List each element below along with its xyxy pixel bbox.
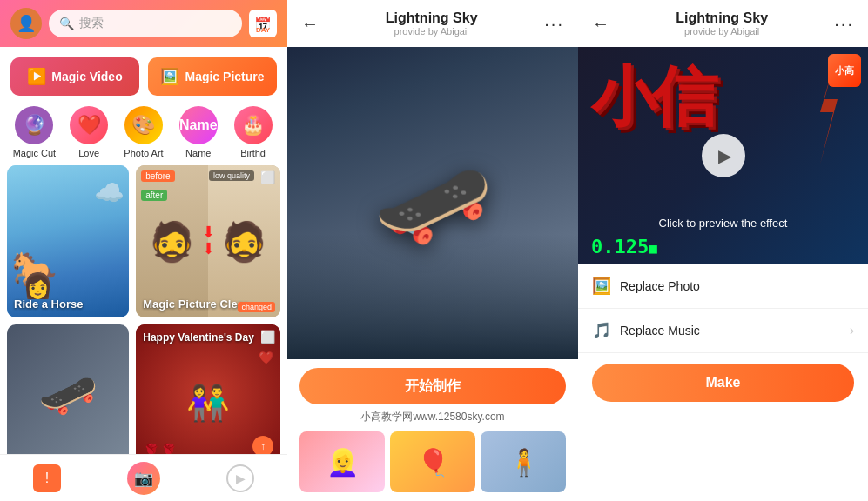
right-title-block: Lightning Sky provide by Abigail bbox=[676, 10, 768, 37]
chinese-characters: 小信 bbox=[591, 64, 713, 130]
name-icon: Name bbox=[179, 106, 218, 144]
magic-video-icon: ▶️ bbox=[27, 67, 46, 86]
birth-label: Birthd bbox=[240, 148, 266, 158]
right-subtitle: provide by Abigail bbox=[676, 26, 768, 37]
right-back-button[interactable]: ← bbox=[592, 14, 609, 34]
skater-photo: 🛹 bbox=[287, 47, 578, 359]
play-button[interactable]: ▶ bbox=[702, 134, 745, 177]
middle-subtitle: provide by Abigail bbox=[386, 26, 478, 37]
grid-bottom-row: 🛹 Happy Valentine's Day 👫 🌹🌹 ❤️ ⬜ ↑ bbox=[7, 324, 280, 454]
home-icon: ! bbox=[33, 464, 61, 492]
play-triangle-icon: ▶ bbox=[718, 145, 731, 166]
magic-picture-button[interactable]: 🖼️ Magic Picture bbox=[148, 57, 277, 96]
nav-play[interactable]: ▶ bbox=[226, 464, 254, 492]
chevron-right-icon: › bbox=[850, 323, 854, 338]
replace-photo-icon: 🖼️ bbox=[592, 277, 611, 296]
right-more-button[interactable]: ··· bbox=[834, 14, 854, 34]
magic-picture-icon: 🖼️ bbox=[160, 67, 179, 86]
website-text: 小高教学网www.12580sky.com bbox=[299, 410, 566, 424]
magic-buttons-row: ▶️ Magic Video 🖼️ Magic Picture bbox=[0, 47, 287, 103]
after-badge: after bbox=[141, 190, 167, 201]
preview-label: Click to preview the effect bbox=[659, 217, 788, 230]
make-button[interactable]: Make bbox=[592, 364, 854, 402]
edit-icon: ⬜ bbox=[260, 170, 275, 184]
valentine-title: Happy Valentine's Day bbox=[143, 331, 254, 344]
ride-horse-card[interactable]: ☁️ 🐎 👩 Ride a Horse bbox=[7, 165, 129, 317]
thumbnail-happy[interactable]: 🎈 bbox=[390, 431, 475, 492]
counter-text: 0.125■ bbox=[591, 236, 657, 257]
replace-photo-label: Replace Photo bbox=[620, 279, 854, 293]
replace-music-row[interactable]: 🎵 Replace Music › bbox=[578, 309, 868, 353]
header: 👤 🔍 搜索 📅 DAY bbox=[0, 0, 287, 47]
camera-icon: 📷 bbox=[127, 462, 160, 495]
sidebar-item-photo-art[interactable]: 🎨 Photo Art bbox=[120, 106, 167, 158]
middle-title-block: Lightning Sky provide by Abigail bbox=[386, 10, 478, 37]
calendar-day: DAY bbox=[256, 26, 270, 34]
middle-header: ← Lightning Sky provide by Abigail ··· bbox=[287, 0, 578, 47]
bottom-nav: ! 📷 ▶ bbox=[0, 454, 287, 501]
grid-section: ☁️ 🐎 👩 Ride a Horse 🧔 🧔 ⬇ ⬇ bef bbox=[0, 165, 287, 454]
replace-photo-row[interactable]: 🖼️ Replace Photo bbox=[578, 264, 868, 309]
valentine-card[interactable]: Happy Valentine's Day 👫 🌹🌹 ❤️ ⬜ ↑ bbox=[136, 324, 280, 454]
right-header: ← Lightning Sky provide by Abigail ··· bbox=[578, 0, 868, 47]
start-button[interactable]: 开始制作 bbox=[299, 368, 566, 404]
avatar[interactable]: 👤 bbox=[10, 8, 42, 39]
replace-music-icon: 🎵 bbox=[592, 321, 611, 340]
play-icon: ▶ bbox=[226, 464, 254, 492]
left-panel: 👤 🔍 搜索 📅 DAY ▶️ Magic Video 🖼️ Magic Pic… bbox=[0, 0, 287, 501]
logo-corner: 小高 bbox=[828, 54, 861, 87]
right-title: Lightning Sky bbox=[676, 10, 768, 26]
magic-cut-label: Magic Cut bbox=[13, 148, 57, 158]
thumbnail-man[interactable]: 🧍 bbox=[481, 431, 566, 492]
calendar-button[interactable]: 📅 DAY bbox=[249, 10, 277, 37]
right-panel: ← Lightning Sky provide by Abigail ··· 小… bbox=[578, 0, 868, 501]
search-placeholder: 搜索 bbox=[79, 16, 104, 31]
sidebar-item-name[interactable]: Name Name bbox=[175, 106, 222, 158]
magic-video-label: Magic Video bbox=[51, 70, 122, 84]
more-options-button[interactable]: ··· bbox=[544, 14, 564, 34]
main-video-area[interactable]: 🛹 bbox=[287, 47, 578, 359]
magic-clear-label: Magic Picture Clear bbox=[143, 297, 248, 311]
replace-music-label: Replace Music bbox=[620, 324, 850, 337]
sidebar-item-magic-cut[interactable]: 🔮 Magic Cut bbox=[10, 106, 57, 158]
magic-picture-label: Magic Picture bbox=[185, 70, 264, 84]
magic-cut-icon: 🔮 bbox=[15, 106, 53, 144]
preview-video-area[interactable]: 小信 0.125■ 小高 ▶ Click to preview the effe… bbox=[578, 47, 868, 264]
ride-horse-label: Ride a Horse bbox=[14, 297, 83, 311]
middle-title: Lightning Sky bbox=[386, 10, 478, 26]
birth-icon: 🎂 bbox=[234, 106, 273, 144]
sidebar-item-love[interactable]: ❤️ Love bbox=[65, 106, 112, 158]
sidebar-item-birth[interactable]: 🎂 Birthd bbox=[230, 106, 277, 158]
upload-icon[interactable]: ↑ bbox=[252, 436, 273, 454]
changed-badge: changed bbox=[238, 302, 275, 312]
before-badge: before bbox=[141, 170, 174, 182]
skater-card[interactable]: 🛹 bbox=[7, 324, 129, 454]
nav-camera[interactable]: 📷 bbox=[127, 462, 160, 495]
magic-clear-card[interactable]: 🧔 🧔 ⬇ ⬇ before after low quality ⬜ Magic… bbox=[136, 165, 280, 317]
thumbnail-row: 👱‍♀️ 🎈 🧍 bbox=[299, 431, 566, 492]
icon-row: 🔮 Magic Cut ❤️ Love 🎨 Photo Art Name Nam… bbox=[0, 103, 287, 165]
nav-home[interactable]: ! bbox=[33, 464, 61, 492]
grid-top-row: ☁️ 🐎 👩 Ride a Horse 🧔 🧔 ⬇ ⬇ bef bbox=[7, 165, 280, 317]
love-icon: ❤️ bbox=[70, 106, 108, 144]
name-label: Name bbox=[185, 148, 211, 158]
right-bottom-section: 🖼️ Replace Photo 🎵 Replace Music › Make bbox=[578, 264, 868, 501]
valentine-edit-icon: ⬜ bbox=[260, 330, 275, 344]
photo-art-label: Photo Art bbox=[124, 148, 163, 158]
magic-video-button[interactable]: ▶️ Magic Video bbox=[10, 57, 139, 96]
back-button[interactable]: ← bbox=[301, 14, 319, 34]
low-quality-badge: low quality bbox=[209, 170, 254, 181]
middle-bottom-bar: 开始制作 小高教学网www.12580sky.com 👱‍♀️ 🎈 🧍 bbox=[287, 359, 578, 501]
photo-art-icon: 🎨 bbox=[124, 106, 163, 144]
make-button-container: Make bbox=[578, 353, 868, 416]
search-bar[interactable]: 🔍 搜索 bbox=[49, 10, 242, 37]
middle-panel: ← Lightning Sky provide by Abigail ··· 🛹… bbox=[287, 0, 578, 501]
thumbnail-girl[interactable]: 👱‍♀️ bbox=[299, 431, 385, 492]
love-label: Love bbox=[78, 148, 99, 158]
search-icon: 🔍 bbox=[59, 17, 74, 30]
